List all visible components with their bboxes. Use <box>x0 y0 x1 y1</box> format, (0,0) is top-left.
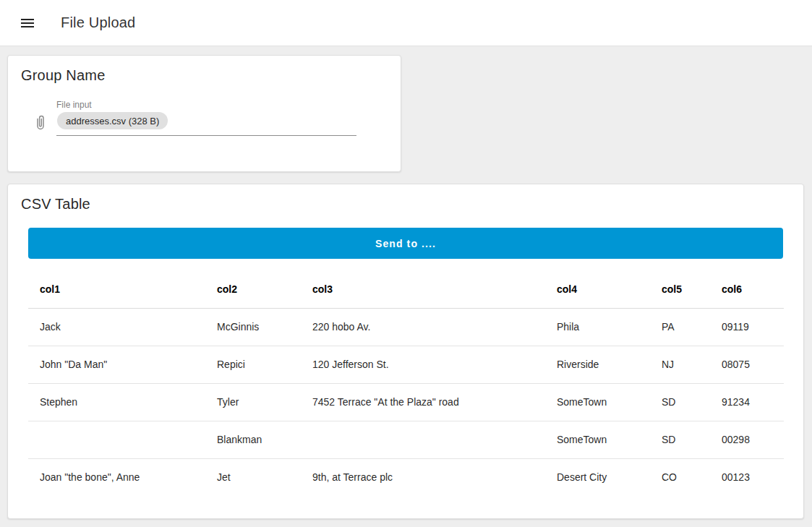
table-cell: SD <box>650 421 710 458</box>
table-cell: 9th, at Terrace plc <box>301 458 545 496</box>
table-cell <box>28 421 205 458</box>
menu-button[interactable] <box>13 9 42 38</box>
column-header: col4 <box>545 270 650 308</box>
table-row: JackMcGinnis220 hobo Av.PhilaPA09119 <box>28 308 784 346</box>
column-header: col2 <box>205 270 301 308</box>
table-cell: NJ <box>650 346 710 383</box>
column-header: col5 <box>650 270 710 308</box>
table-cell: Stephen <box>28 383 205 421</box>
send-to-button[interactable]: Send to .... <box>28 228 783 259</box>
csv-table-head: col1col2col3col4col5col6 <box>28 270 784 308</box>
table-cell: SomeTown <box>545 383 650 421</box>
csv-table-card-title: CSV Table <box>21 196 792 213</box>
table-cell: Jet <box>205 458 301 496</box>
file-input-underline <box>56 135 356 136</box>
table-cell: Phila <box>545 308 650 346</box>
app-bar-title: File Upload <box>61 14 135 31</box>
main-content: Group Name File input addresses.csv (328… <box>0 55 812 519</box>
table-cell: John "Da Man" <box>28 346 205 383</box>
csv-table-body: JackMcGinnis220 hobo Av.PhilaPA09119John… <box>28 308 784 496</box>
table-row: BlankmanSomeTownSD00298 <box>28 421 784 458</box>
group-name-card: Group Name File input addresses.csv (328… <box>7 55 401 172</box>
table-row: John "Da Man"Repici120 Jefferson St.Rive… <box>28 346 784 383</box>
table-cell: 91234 <box>710 383 784 421</box>
table-cell: PA <box>650 308 710 346</box>
table-cell: Riverside <box>545 346 650 383</box>
column-header: col1 <box>28 270 205 308</box>
file-input-row: File input addresses.csv (328 B) <box>20 100 389 137</box>
table-cell: 120 Jefferson St. <box>301 346 545 383</box>
table-cell: Joan "the bone", Anne <box>28 458 205 496</box>
table-cell <box>301 421 545 458</box>
table-cell: CO <box>650 458 710 496</box>
csv-table-card: CSV Table Send to .... col1col2col3col4c… <box>7 184 804 519</box>
table-cell: SD <box>650 383 710 421</box>
table-row: StephenTyler7452 Terrace "At the Plaza" … <box>28 383 784 421</box>
table-cell: Tyler <box>205 383 301 421</box>
csv-table: col1col2col3col4col5col6 JackMcGinnis220… <box>28 270 784 496</box>
table-cell: 08075 <box>710 346 784 383</box>
file-chip-label: addresses.csv (328 B) <box>66 116 159 127</box>
file-input-label: File input <box>56 100 356 110</box>
table-cell: Blankman <box>205 421 301 458</box>
column-header: col3 <box>301 270 545 308</box>
table-inner: Send to .... col1col2col3col4col5col6 Ja… <box>28 228 783 496</box>
table-cell: McGinnis <box>205 308 301 346</box>
header-row: col1col2col3col4col5col6 <box>28 270 784 308</box>
table-cell: 00298 <box>710 421 784 458</box>
group-name-card-title: Group Name <box>21 67 389 84</box>
table-cell: 7452 Terrace "At the Plaza" road <box>301 383 545 421</box>
table-cell: Jack <box>28 308 205 346</box>
table-cell: 00123 <box>710 458 784 496</box>
table-cell: 220 hobo Av. <box>301 308 545 346</box>
hamburger-menu-icon <box>19 14 36 32</box>
table-row: Joan "the bone", AnneJet9th, at Terrace … <box>28 458 784 496</box>
column-header: col6 <box>710 270 784 308</box>
table-cell: Repici <box>205 346 301 383</box>
app-bar: File Upload <box>0 0 812 46</box>
table-cell: Desert City <box>545 458 650 496</box>
file-input[interactable]: File input addresses.csv (328 B) <box>56 100 356 136</box>
paperclip-icon <box>32 108 49 137</box>
table-cell: 09119 <box>710 308 784 346</box>
file-chip[interactable]: addresses.csv (328 B) <box>57 112 168 129</box>
table-cell: SomeTown <box>545 421 650 458</box>
